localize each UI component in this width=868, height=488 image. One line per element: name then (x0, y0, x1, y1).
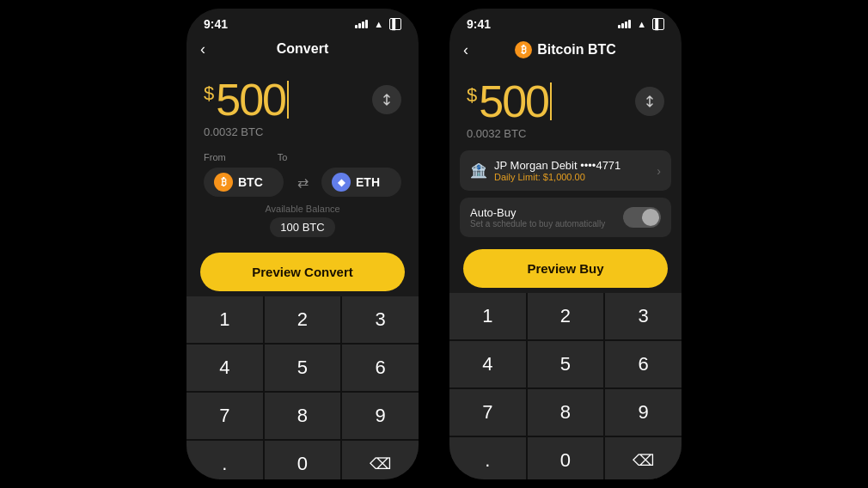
numpad-right: 1 2 3 4 5 6 7 8 9 . 0 ⌫ (449, 293, 682, 479)
amount-value-left: 500 (216, 77, 285, 122)
battery-icon: ▌ (389, 18, 401, 30)
balance-section-left: Available Balance 100 BTC (186, 204, 419, 247)
key-8-right[interactable]: 8 (528, 389, 604, 436)
app-container: 9:41 ▲ ▌ ‹ Convert $ 500 (0, 0, 868, 488)
status-bar-right: 9:41 ▲ ▌ (449, 9, 682, 34)
to-label: To (278, 152, 288, 162)
from-coin-label: BTC (238, 175, 263, 189)
key-2-right[interactable]: 2 (528, 293, 604, 339)
to-coin-label: ETH (356, 175, 380, 189)
key-7-right[interactable]: 7 (449, 389, 526, 436)
swap-button-left[interactable] (372, 85, 401, 114)
amount-section-right: $ 500 0.0032 BTC (449, 65, 682, 147)
payment-left: 🏦 JP Morgan Debit ••••4771 Daily Limit: … (470, 159, 620, 182)
battery-icon-right: ▌ (652, 18, 664, 30)
balance-amount-left: 100 BTC (270, 217, 334, 237)
key-backspace-right[interactable]: ⌫ (605, 437, 682, 479)
currency-symbol-left: $ (204, 82, 214, 105)
cursor-left (287, 81, 289, 119)
key-6-left[interactable]: 6 (342, 345, 419, 391)
key-9-right[interactable]: 9 (605, 389, 682, 436)
preview-buy-button[interactable]: Preview Buy (463, 249, 668, 288)
key-8-left[interactable]: 8 (265, 393, 341, 439)
nav-bar-right: ‹ ₿ Bitcoin BTC (449, 34, 682, 65)
key-4-left[interactable]: 4 (186, 345, 263, 391)
payment-limit: Daily Limit: $1,000.00 (494, 172, 620, 182)
phone-left: 9:41 ▲ ▌ ‹ Convert $ 500 (186, 9, 419, 479)
cursor-right (550, 82, 552, 120)
amount-display-right: $ 500 (467, 79, 664, 124)
autobuy-title: Auto-Buy (470, 206, 605, 219)
phone-right: 9:41 ▲ ▌ ‹ ₿ Bitcoin BTC (449, 9, 682, 479)
payment-row[interactable]: 🏦 JP Morgan Debit ••••4771 Daily Limit: … (460, 150, 671, 191)
chevron-right-icon: › (657, 164, 661, 178)
available-label-left: Available Balance (265, 204, 339, 214)
btc-equivalent-left: 0.0032 BTC (204, 125, 401, 138)
nav-title-right: ₿ Bitcoin BTC (515, 41, 616, 58)
from-label: From (204, 152, 226, 162)
time-left: 9:41 (204, 17, 228, 31)
signal-icon (355, 20, 368, 28)
nav-title-left: Convert (277, 41, 328, 57)
key-5-left[interactable]: 5 (265, 345, 341, 391)
eth-icon: ◆ (332, 173, 351, 192)
autobuy-row: Auto-Buy Set a schedule to buy automatic… (460, 198, 671, 237)
key-0-left[interactable]: 0 (265, 441, 341, 479)
from-to-labels: From To (204, 152, 401, 162)
numpad-left: 1 2 3 4 5 6 7 8 9 . 0 ⌫ (186, 296, 419, 479)
wifi-icon: ▲ (374, 19, 383, 29)
autobuy-section: Auto-Buy Set a schedule to buy automatic… (449, 194, 682, 244)
key-backspace-left[interactable]: ⌫ (342, 441, 419, 479)
wifi-icon-right: ▲ (637, 19, 646, 29)
amount-display-left: $ 500 (204, 77, 401, 122)
key-0-right[interactable]: 0 (528, 437, 604, 479)
status-bar-left: 9:41 ▲ ▌ (186, 9, 419, 34)
status-icons-right: ▲ ▌ (618, 18, 664, 30)
swap-button-right[interactable] (635, 87, 664, 116)
time-right: 9:41 (467, 17, 491, 31)
card-icon: 🏦 (470, 162, 487, 179)
autobuy-description: Set a schedule to buy automatically (470, 219, 605, 229)
key-1-left[interactable]: 1 (186, 296, 263, 343)
key-1-right[interactable]: 1 (449, 293, 526, 339)
key-7-left[interactable]: 7 (186, 393, 263, 439)
key-4-right[interactable]: 4 (449, 341, 526, 387)
amount-section-left: $ 500 0.0032 BTC (186, 64, 419, 145)
nav-title-text-right: Bitcoin BTC (537, 42, 616, 58)
key-3-left[interactable]: 3 (342, 296, 419, 343)
payment-section: 🏦 JP Morgan Debit ••••4771 Daily Limit: … (449, 147, 682, 194)
currency-symbol-right: $ (467, 84, 477, 107)
toggle-knob (642, 209, 659, 226)
autobuy-info: Auto-Buy Set a schedule to buy automatic… (470, 206, 605, 229)
back-button-right[interactable]: ‹ (463, 41, 468, 59)
payment-info: JP Morgan Debit ••••4771 Daily Limit: $1… (494, 159, 620, 182)
key-3-right[interactable]: 3 (605, 293, 682, 339)
status-icons-left: ▲ ▌ (355, 18, 401, 30)
nav-bar-left: ‹ Convert (186, 34, 419, 64)
amount-value-right: 500 (479, 79, 548, 124)
payment-name: JP Morgan Debit ••••4771 (494, 159, 620, 172)
preview-convert-button[interactable]: Preview Convert (200, 253, 405, 291)
back-button-left[interactable]: ‹ (200, 40, 205, 58)
signal-icon-right (618, 20, 631, 28)
coin-selectors: ₿ BTC ⇄ ◆ ETH (204, 168, 401, 197)
key-2-left[interactable]: 2 (265, 296, 341, 343)
from-coin-selector[interactable]: ₿ BTC (204, 168, 284, 197)
autobuy-toggle[interactable] (623, 207, 661, 228)
convert-section-left: From To ₿ BTC ⇄ ◆ ETH (186, 145, 419, 204)
btc-icon: ₿ (214, 173, 233, 192)
swap-arrows-icon[interactable]: ⇄ (290, 170, 315, 194)
key-6-right[interactable]: 6 (605, 341, 682, 387)
key-dot-left[interactable]: . (186, 441, 263, 479)
key-dot-right[interactable]: . (449, 437, 526, 479)
btc-nav-icon: ₿ (515, 41, 532, 58)
key-5-right[interactable]: 5 (528, 341, 604, 387)
key-9-left[interactable]: 9 (342, 393, 419, 439)
btc-equivalent-right: 0.0032 BTC (467, 127, 664, 140)
to-coin-selector[interactable]: ◆ ETH (321, 168, 401, 197)
